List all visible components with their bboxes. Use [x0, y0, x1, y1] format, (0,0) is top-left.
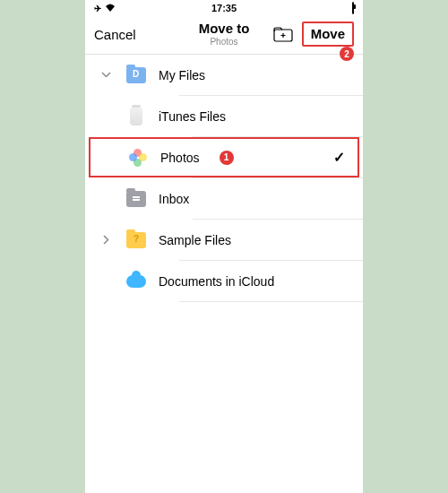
move-button-label: Move [311, 26, 345, 41]
row-label: iTunes Files [159, 109, 226, 124]
chevron-right-icon [98, 235, 114, 245]
nav-bar: Cancel Move to Photos Move 2 [85, 16, 363, 55]
row-label: Sample Files [159, 233, 231, 247]
row-sample-files[interactable]: Sample Files [85, 220, 363, 260]
phone-screen: ✈ 17:35 Cancel Move to Photos Mov [85, 0, 363, 493]
row-itunes-files[interactable]: iTunes Files [85, 96, 363, 136]
row-inbox[interactable]: Inbox [85, 178, 363, 219]
row-label: Photos [160, 151, 200, 165]
nav-title: Move to [199, 22, 250, 37]
airplane-mode-icon: ✈ [94, 4, 101, 13]
folder-list: My Files iTunes Files Photos 1 ✓ Inbox [85, 55, 363, 302]
nav-subtitle: Photos [199, 37, 250, 47]
itunes-icon [125, 105, 148, 128]
row-label: Documents in iCloud [159, 274, 274, 289]
chevron-down-icon [98, 72, 114, 78]
annotation-badge-1: 1 [220, 151, 234, 165]
folder-icon [125, 229, 148, 252]
photos-icon [126, 146, 150, 169]
checkmark-icon: ✓ [333, 149, 345, 166]
row-my-files[interactable]: My Files [85, 55, 363, 95]
cloud-icon [125, 270, 148, 293]
new-folder-icon[interactable] [273, 26, 293, 42]
inbox-folder-icon [125, 187, 148, 211]
battery-icon [352, 3, 354, 13]
folder-icon [125, 64, 148, 87]
status-bar: ✈ 17:35 [85, 0, 363, 16]
cancel-button[interactable]: Cancel [94, 27, 136, 42]
move-button[interactable]: Move 2 [302, 22, 354, 47]
row-icloud[interactable]: Documents in iCloud [85, 261, 363, 301]
status-time: 17:35 [211, 3, 237, 13]
row-label: Inbox [159, 192, 189, 206]
wifi-icon [105, 4, 116, 13]
row-label: My Files [159, 68, 205, 82]
row-photos[interactable]: Photos 1 ✓ [89, 137, 359, 177]
nav-title-group: Move to Photos [199, 22, 250, 47]
